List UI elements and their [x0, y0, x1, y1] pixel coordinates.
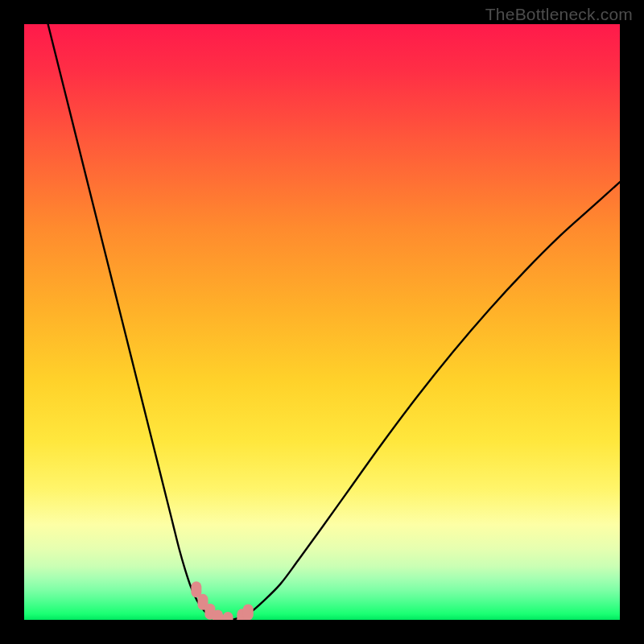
valley-marker [223, 612, 233, 620]
valley-marker [213, 609, 223, 620]
bottleneck-curve [48, 24, 620, 620]
bottleneck-curve-svg [24, 24, 620, 620]
valley-marker [243, 604, 254, 620]
chart-plot-area [24, 24, 620, 620]
watermark-text: TheBottleneck.com [485, 5, 633, 24]
valley-markers [191, 581, 253, 620]
